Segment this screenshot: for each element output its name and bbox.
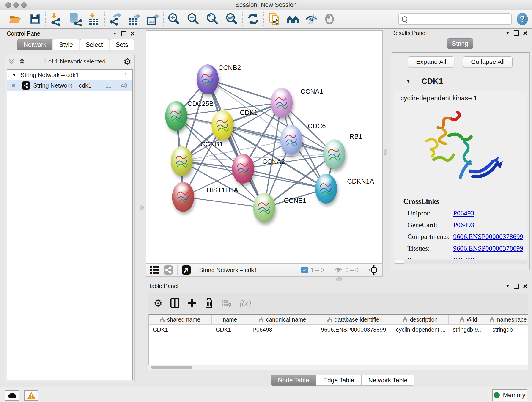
column-header[interactable]: description	[392, 315, 449, 324]
crosslink-pharos-link[interactable]: P06493	[453, 256, 474, 259]
save-session-icon[interactable]	[28, 12, 42, 26]
right-split-handle[interactable]	[384, 149, 387, 155]
network-node-cdkn1a[interactable]	[315, 174, 337, 204]
import-table-from-file-icon[interactable]	[87, 12, 101, 26]
tab-node-table[interactable]: Node Table	[271, 375, 316, 386]
export-table-icon[interactable]	[127, 12, 141, 26]
cell-name[interactable]: CDK1	[212, 325, 248, 335]
fit-selection-crosshair-icon[interactable]	[369, 265, 379, 275]
tab-edge-table[interactable]: Edge Table	[316, 375, 361, 386]
cloud-button[interactable]	[5, 390, 19, 401]
tab-select[interactable]: Select	[80, 39, 109, 50]
network-node-ccna1[interactable]	[271, 88, 293, 118]
tree-expand-icon[interactable]: ▼	[12, 72, 17, 78]
tab-network-table[interactable]: Network Table	[361, 375, 415, 386]
zoom-selected-icon[interactable]	[225, 12, 239, 26]
network-node-ccnb2[interactable]	[196, 64, 219, 94]
tab-sets[interactable]: Sets	[109, 39, 134, 50]
cell-shared-name[interactable]: CDK1	[149, 325, 212, 335]
network-node-cdc6[interactable]	[280, 125, 302, 155]
network-node-cdk1[interactable]	[211, 110, 234, 140]
float-panel-icon[interactable]	[514, 283, 519, 289]
cell-database-identifier[interactable]: 9606.ENSP00000378699	[317, 325, 392, 335]
show-all-icon[interactable]	[322, 12, 336, 26]
cell-description[interactable]: cyclin-dependent ...	[392, 325, 449, 335]
network-node-cdc25b[interactable]	[165, 101, 187, 131]
tab-style[interactable]: Style	[53, 39, 79, 50]
export-network-icon[interactable]	[108, 12, 122, 26]
crosslink-uniprot-link[interactable]: P06493	[453, 209, 474, 217]
bottom-split-handle[interactable]	[336, 277, 342, 281]
delete-column-trash-icon[interactable]	[205, 298, 213, 308]
network-edge[interactable]	[183, 197, 264, 208]
network-canvas[interactable]: CCNB2CCNA1CDC25BCDK1CDC6RB1CCNB1CCNA2CDK…	[146, 31, 383, 264]
cell-canonical-name[interactable]: P06493	[248, 325, 317, 335]
node-table[interactable]: shared name name canonical name database…	[148, 314, 528, 370]
crosslink-tissues-link[interactable]: 9606.ENSP00000378699	[453, 244, 523, 252]
expand-all-button[interactable]: Expand All	[408, 56, 454, 67]
panel-menu-icon[interactable]: ▼	[113, 32, 117, 36]
column-header[interactable]: canonical name	[248, 315, 317, 324]
import-network-from-file-icon[interactable]	[49, 12, 63, 26]
column-header[interactable]: shared name	[149, 315, 212, 324]
close-panel-icon[interactable]: ×	[523, 284, 527, 288]
results-horizontal-scrollbar[interactable]	[394, 260, 527, 264]
left-split-handle[interactable]	[140, 205, 144, 211]
network-node-rb1[interactable]	[323, 139, 345, 169]
table-horizontal-scrollbar[interactable]	[148, 365, 528, 370]
zoom-in-icon[interactable]	[167, 12, 181, 26]
tab-string[interactable]: String	[447, 38, 473, 49]
network-edge[interactable]	[208, 79, 282, 103]
hide-selection-icon[interactable]	[304, 12, 318, 26]
table-row[interactable]: CDK1 CDK1 P06493 9606.ENSP00000378699 cy…	[149, 325, 528, 335]
network-node-ccnb1[interactable]	[171, 146, 193, 176]
birdseye-view-icon[interactable]	[181, 265, 191, 275]
tab-network[interactable]: Network	[17, 39, 52, 50]
memory-button[interactable]: Memory	[492, 389, 527, 401]
selected-nodes-checkbox-icon[interactable]: ✓	[301, 267, 308, 274]
cell-namespace[interactable]: stringdb	[488, 325, 528, 335]
network-options-gear-icon[interactable]: ⚙	[123, 58, 131, 65]
network-row[interactable]: String Network – cdk1 11 48	[7, 80, 133, 91]
scrollbar-thumb[interactable]	[395, 260, 404, 264]
collapse-all-button[interactable]: Collapse All	[463, 56, 513, 67]
first-neighbors-icon[interactable]	[286, 12, 300, 26]
column-header[interactable]: name	[212, 315, 248, 324]
crosslink-genecard-link[interactable]: P06493	[453, 221, 474, 229]
search-input[interactable]	[398, 13, 512, 25]
close-panel-icon[interactable]: ×	[523, 31, 527, 36]
protein-card-header[interactable]: ▼ CDK1	[392, 73, 529, 89]
crosslink-compartments-link[interactable]: 9606.ENSP00000378699	[453, 233, 523, 240]
scrollbar-thumb[interactable]	[151, 366, 192, 369]
expand-all-icon[interactable]	[19, 58, 25, 65]
float-panel-icon[interactable]	[514, 31, 519, 36]
column-header[interactable]: @id	[449, 315, 488, 324]
warnings-button[interactable]	[24, 390, 38, 401]
refresh-view-icon[interactable]	[246, 12, 260, 26]
panel-menu-icon[interactable]: ▼	[506, 31, 510, 36]
open-session-icon[interactable]	[8, 12, 22, 26]
panel-menu-icon[interactable]: ▼	[506, 284, 510, 288]
collapse-all-icon[interactable]	[8, 58, 15, 65]
new-network-from-selection-icon[interactable]	[267, 12, 282, 26]
table-options-gear-icon[interactable]: ⚙	[153, 297, 162, 309]
network-node-hist1h1a[interactable]	[172, 182, 194, 212]
show-columns-icon[interactable]	[170, 298, 179, 308]
import-network-from-database-icon[interactable]	[68, 12, 82, 26]
network-collection-row[interactable]: ▼ String Network – cdk1 1	[7, 70, 133, 80]
export-image-icon[interactable]	[146, 12, 160, 26]
network-share-view-icon[interactable]	[163, 265, 173, 275]
float-panel-icon[interactable]	[121, 31, 126, 36]
zoom-out-icon[interactable]	[186, 12, 201, 26]
collapse-card-icon[interactable]: ▼	[406, 78, 411, 84]
network-node-ccne1[interactable]	[253, 193, 275, 223]
add-column-icon[interactable]	[187, 298, 197, 308]
cell-id[interactable]: stringdb:9...	[449, 325, 488, 335]
network-edge[interactable]	[176, 116, 291, 140]
network-node-ccna2[interactable]	[232, 154, 254, 184]
close-panel-icon[interactable]: ×	[130, 32, 135, 36]
help-icon[interactable]: ?	[517, 13, 528, 25]
zoom-fit-content-icon[interactable]	[206, 12, 220, 26]
column-header[interactable]: database identifier	[317, 315, 392, 324]
column-header[interactable]: namespace	[488, 315, 528, 324]
